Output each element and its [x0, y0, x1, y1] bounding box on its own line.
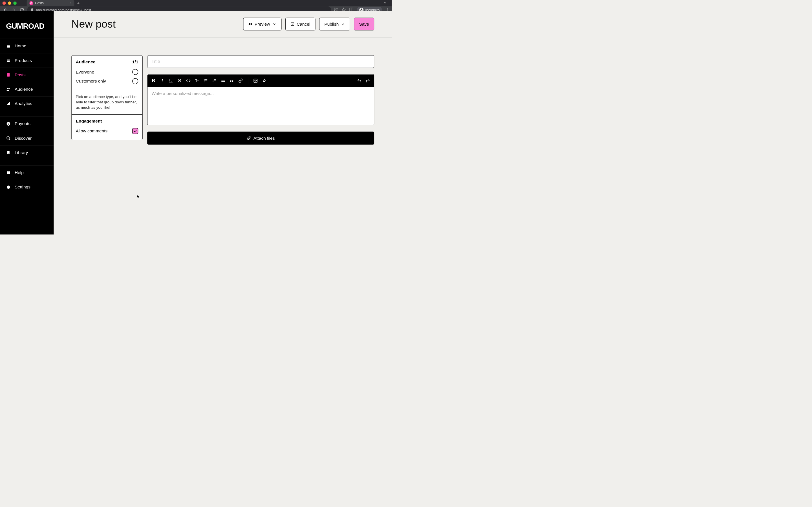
svg-point-39	[204, 80, 204, 81]
svg-rect-28	[8, 171, 10, 174]
browser-tab[interactable]: G Posts ×	[27, 0, 74, 6]
close-window-button[interactable]	[3, 1, 6, 5]
logo: GUMROAD	[0, 15, 54, 39]
svg-rect-21	[8, 103, 9, 105]
quote-button[interactable]	[229, 78, 235, 83]
everyone-label: Everyone	[76, 69, 94, 74]
svg-rect-20	[7, 104, 8, 105]
cancel-button[interactable]: Cancel	[285, 18, 315, 31]
numbered-list-button[interactable]: 123	[212, 78, 217, 83]
sidebar-item-label: Home	[15, 43, 26, 48]
sidebar-item-payouts[interactable]: $ Payouts	[0, 117, 54, 131]
cancel-label: Cancel	[297, 21, 310, 26]
maximize-window-button[interactable]	[13, 1, 17, 5]
sidebar-item-label: Analytics	[15, 101, 32, 106]
allow-comments-checkbox[interactable]	[132, 128, 138, 134]
x-square-icon	[290, 22, 294, 26]
attach-label: Attach files	[253, 135, 275, 140]
sidebar-item-posts[interactable]: Posts	[0, 68, 54, 82]
editor-toolbar: B I U S TT 123	[147, 74, 374, 87]
sidebar-item-library[interactable]: Library	[0, 145, 54, 160]
svg-text:3: 3	[213, 81, 213, 82]
sidebar-item-label: Library	[15, 150, 28, 155]
strike-button[interactable]: S	[177, 78, 182, 83]
body-placeholder: Write a personalized message...	[152, 91, 214, 96]
tag-icon	[6, 58, 11, 62]
svg-rect-12	[7, 46, 10, 47]
embed-button[interactable]	[262, 78, 267, 83]
svg-point-8	[387, 8, 388, 9]
bullet-list-button[interactable]	[203, 78, 208, 83]
nav: Home Products Posts Audience Analytics $	[0, 39, 54, 194]
underline-button[interactable]: U	[168, 78, 173, 83]
code-button[interactable]	[186, 78, 191, 83]
italic-button[interactable]: I	[160, 78, 165, 83]
editor: B I U S TT 123	[147, 74, 374, 125]
close-tab-button[interactable]: ×	[69, 1, 71, 5]
text-size-button[interactable]: TT	[194, 78, 200, 83]
bold-button[interactable]: B	[151, 78, 156, 83]
sidebar: GUMROAD Home Products Posts Audience Ana…	[0, 11, 54, 235]
svg-point-18	[7, 88, 8, 89]
minimize-window-button[interactable]	[8, 1, 11, 5]
customers-only-radio[interactable]	[132, 78, 138, 84]
book-icon	[6, 170, 11, 175]
title-input[interactable]: Title	[147, 55, 374, 68]
sidebar-item-discover[interactable]: Discover	[0, 131, 54, 145]
save-label: Save	[359, 21, 369, 26]
preview-button[interactable]: Preview	[243, 18, 282, 31]
home-icon	[6, 44, 11, 48]
sidebar-item-audience[interactable]: Audience	[0, 82, 54, 96]
image-button[interactable]	[253, 78, 258, 83]
attach-files-button[interactable]: Attach files	[147, 131, 374, 145]
svg-rect-14	[7, 61, 10, 62]
tab-title: Posts	[35, 1, 44, 5]
page-title: New post	[71, 18, 116, 30]
publish-button[interactable]: Publish	[319, 18, 350, 31]
check-icon	[133, 129, 137, 133]
allow-comments-label: Allow comments	[76, 128, 107, 133]
audience-title: Audience	[76, 59, 96, 64]
hr-button[interactable]	[220, 78, 226, 83]
svg-rect-27	[7, 171, 8, 174]
search-icon	[6, 136, 11, 140]
sidebar-item-help[interactable]: Help	[0, 165, 54, 180]
sidebar-item-label: Products	[15, 58, 32, 63]
svg-point-19	[9, 88, 10, 89]
svg-rect-11	[7, 45, 10, 46]
redo-button[interactable]	[365, 78, 370, 83]
window-controls	[3, 1, 17, 5]
audience-helper-text: Pick an audience type, and you'll be abl…	[76, 94, 139, 110]
sidebar-item-products[interactable]: Products	[0, 53, 54, 68]
sidebar-item-label: Audience	[15, 87, 33, 92]
audience-panel: Audience 1/1 Everyone Customers only Pic…	[71, 55, 142, 140]
users-icon	[6, 87, 11, 91]
everyone-radio[interactable]	[132, 69, 138, 75]
publish-label: Publish	[324, 21, 339, 26]
svg-line-26	[9, 138, 10, 140]
svg-text:T: T	[197, 80, 199, 82]
tabs-menu-button[interactable]	[383, 1, 387, 5]
audience-count: 1/1	[132, 59, 138, 64]
svg-rect-13	[7, 59, 10, 60]
new-tab-button[interactable]: +	[77, 1, 80, 6]
sidebar-item-label: Help	[15, 170, 24, 175]
sidebar-item-home[interactable]: Home	[0, 39, 54, 53]
editor-body[interactable]: Write a personalized message...	[147, 87, 374, 125]
eye-icon	[248, 22, 252, 26]
svg-point-25	[7, 136, 9, 139]
chevron-down-icon	[341, 22, 345, 26]
chevron-down-icon	[272, 22, 276, 26]
preview-label: Preview	[255, 21, 270, 26]
page-header: New post Preview Cancel Publish Save	[54, 11, 392, 38]
engagement-title: Engagement	[76, 119, 102, 124]
favicon-icon: G	[29, 1, 33, 5]
posts-icon	[6, 73, 11, 77]
sidebar-item-analytics[interactable]: Analytics	[0, 96, 54, 111]
undo-button[interactable]	[356, 78, 362, 83]
sidebar-item-settings[interactable]: Settings	[0, 180, 54, 194]
link-button[interactable]	[238, 78, 243, 83]
sidebar-item-label: Discover	[15, 136, 32, 141]
main-content: New post Preview Cancel Publish Save	[54, 11, 392, 235]
save-button[interactable]: Save	[354, 18, 374, 31]
